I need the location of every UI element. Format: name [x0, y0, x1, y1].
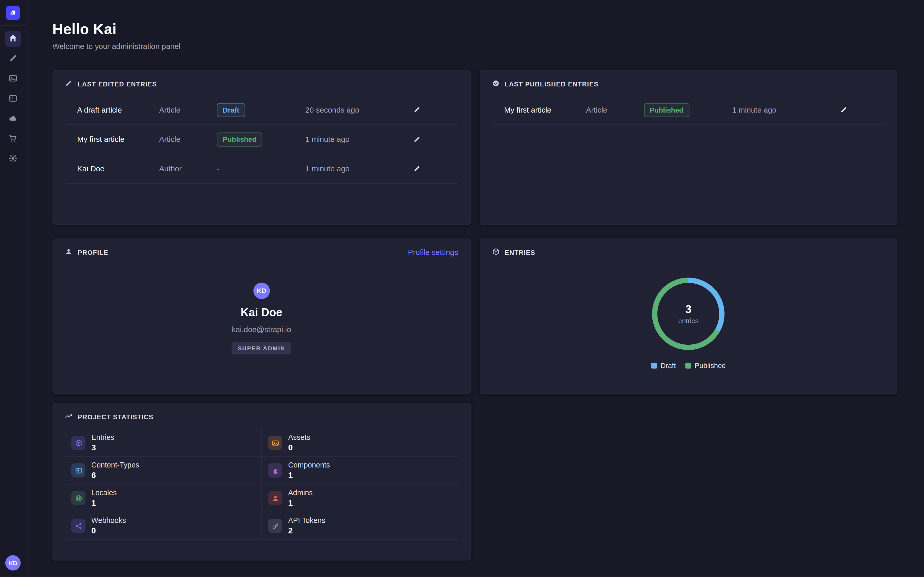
entries-card: ENTRIES 3 [480, 239, 898, 394]
stat-label: Webhooks [91, 516, 126, 525]
donut-legend: Draft Published [651, 362, 726, 370]
entry-time: 1 minute ago [732, 105, 837, 114]
stat-label: Admins [288, 489, 313, 497]
entry-name: My first article [77, 135, 159, 143]
settings-gear-icon [8, 153, 18, 164]
media-library-image-icon [8, 73, 18, 85]
entry-status-cell: - [217, 163, 305, 174]
entries-body: 3 entries Draft Published [480, 261, 897, 369]
last-edited-table: A draft article Article Draft 20 seconds… [65, 95, 459, 184]
stat-value: 1 [288, 498, 313, 508]
pencil-icon [65, 79, 73, 88]
table-row: My first article Article Published 1 min… [492, 95, 885, 125]
user-icon [65, 248, 73, 257]
admin-dashboard: KD Hello Kai Welcome to your administrat… [0, 0, 924, 577]
edit-entry-button[interactable] [410, 133, 423, 145]
sidebar-item-home[interactable] [5, 31, 21, 47]
stat-label: Content-Types [91, 461, 139, 469]
profile-title: PROFILE [65, 248, 108, 257]
assets-image-icon [268, 436, 282, 450]
pencil-icon [840, 106, 848, 114]
status-badge: Published [644, 103, 690, 117]
stat-value: 1 [288, 470, 330, 480]
stat-label: API Tokens [288, 516, 325, 525]
page-title: Hello Kai [52, 21, 897, 38]
entry-status-cell: Published [644, 103, 732, 117]
profile-settings-link[interactable]: Profile settings [408, 248, 458, 257]
deploy-cloud-icon [8, 113, 18, 125]
entry-name: A draft article [77, 105, 159, 114]
card-header: LAST EDITED ENTRIES [53, 71, 470, 93]
card-header: PROJECT STATISTICS [53, 403, 470, 426]
stat-value: 0 [288, 443, 310, 452]
stat-assets: Assets0 [262, 429, 459, 457]
edit-entry-button[interactable] [410, 163, 423, 175]
entry-type: Article [159, 135, 217, 143]
sidebar-item-content-type-builder[interactable] [5, 91, 21, 107]
check-circle-icon [492, 79, 499, 88]
entries-donut-chart: 3 entries [651, 277, 725, 351]
sidebar-item-settings[interactable] [5, 151, 21, 167]
dashboard-cards: LAST EDITED ENTRIES A draft article Arti… [52, 70, 897, 560]
api-tokens-key-icon [268, 519, 282, 533]
project-statistics-card: PROJECT STATISTICS Entries3 Assets0 [52, 403, 471, 560]
card-header: ENTRIES [480, 239, 897, 261]
status-empty: - [217, 164, 220, 173]
entry-time: 20 seconds ago [305, 105, 410, 114]
cards-row-3: PROJECT STATISTICS Entries3 Assets0 [52, 403, 897, 560]
donut-center: 3 entries [651, 277, 725, 351]
stat-value: 2 [288, 526, 325, 535]
legend-item-draft: Draft [651, 362, 676, 370]
profile-name: Kai Doe [241, 306, 282, 319]
edit-entry-button[interactable] [410, 103, 423, 116]
table-row: Kai Doe Author - 1 minute ago [65, 155, 459, 184]
last-published-title: LAST PUBLISHED ENTRIES [492, 79, 599, 88]
legend-label: Published [695, 362, 726, 370]
content-type-builder-layout-icon [8, 93, 18, 105]
entries-total-label: entries [678, 317, 699, 324]
cards-row-2: PROFILE Profile settings KD Kai Doe kai.… [52, 239, 897, 394]
entry-type: Article [586, 105, 644, 114]
card-title-text: PROJECT STATISTICS [78, 413, 153, 420]
profile-body: KD Kai Doe kai.doe@strapi.io SUPER ADMIN [53, 261, 470, 355]
strapi-logo-icon [6, 6, 20, 20]
entry-status-cell: Published [217, 132, 305, 146]
stat-webhooks: Webhooks0 [65, 512, 262, 540]
edit-entry-button[interactable] [837, 103, 850, 116]
sidebar-item-content-manager[interactable] [5, 50, 21, 67]
entries-title: ENTRIES [492, 248, 535, 257]
legend-item-published: Published [685, 362, 726, 370]
status-badge: Draft [217, 103, 245, 117]
admins-user-icon [268, 491, 282, 505]
cards-row-1: LAST EDITED ENTRIES A draft article Arti… [52, 70, 897, 225]
stat-components: Components1 [262, 457, 459, 485]
page-subtitle: Welcome to your administration panel [52, 42, 897, 50]
sidebar: KD [0, 0, 26, 577]
sidebar-item-media-library[interactable] [5, 71, 21, 87]
profile-avatar: KD [253, 283, 270, 299]
components-puzzle-icon [268, 463, 282, 477]
content-manager-pen-icon [8, 53, 18, 64]
stat-api-tokens: API Tokens2 [262, 512, 459, 540]
stat-value: 3 [91, 443, 114, 452]
status-badge: Published [217, 132, 263, 146]
entry-time: 1 minute ago [305, 164, 410, 173]
entry-status-cell: Draft [217, 103, 305, 117]
stats-grid: Entries3 Assets0 Content-Types6 [65, 429, 459, 540]
stat-value: 1 [91, 498, 117, 508]
strapi-logo[interactable] [0, 0, 26, 26]
entries-box-icon [71, 436, 86, 450]
sidebar-user-avatar[interactable]: KD [5, 555, 21, 571]
last-published-table: My first article Article Published 1 min… [492, 95, 885, 125]
sidebar-item-deploy[interactable] [5, 111, 21, 127]
legend-swatch [685, 363, 691, 369]
sidebar-item-marketplace[interactable] [5, 131, 21, 147]
pencil-icon [413, 165, 420, 172]
project-statistics-title: PROJECT STATISTICS [65, 412, 153, 421]
card-header: LAST PUBLISHED ENTRIES [480, 71, 897, 93]
profile-card: PROFILE Profile settings KD Kai Doe kai.… [52, 239, 470, 394]
stat-value: 0 [91, 526, 126, 535]
stat-admins: Admins1 [262, 485, 459, 513]
card-title-text: LAST EDITED ENTRIES [78, 80, 157, 87]
table-row: My first article Article Published 1 min… [65, 125, 459, 155]
